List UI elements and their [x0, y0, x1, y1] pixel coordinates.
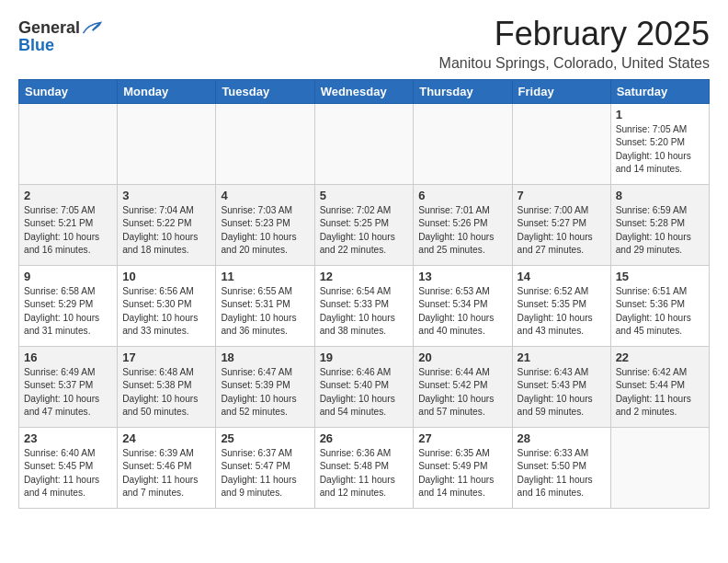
calendar-cell: 14Sunrise: 6:52 AM Sunset: 5:35 PM Dayli…	[512, 266, 610, 347]
calendar-week-4: 23Sunrise: 6:40 AM Sunset: 5:45 PM Dayli…	[19, 428, 710, 509]
calendar-cell: 12Sunrise: 6:54 AM Sunset: 5:33 PM Dayli…	[314, 266, 414, 347]
calendar-cell: 16Sunrise: 6:49 AM Sunset: 5:37 PM Dayli…	[19, 347, 118, 428]
day-number: 21	[518, 350, 606, 364]
day-number: 7	[518, 189, 606, 202]
day-info: Sunrise: 6:46 AM Sunset: 5:40 PM Dayligh…	[320, 366, 409, 419]
day-number: 16	[24, 350, 112, 364]
calendar-cell: 15Sunrise: 6:51 AM Sunset: 5:36 PM Dayli…	[610, 266, 709, 347]
day-info: Sunrise: 6:52 AM Sunset: 5:35 PM Dayligh…	[518, 285, 606, 338]
day-info: Sunrise: 6:35 AM Sunset: 5:49 PM Dayligh…	[418, 447, 506, 500]
day-info: Sunrise: 6:44 AM Sunset: 5:42 PM Dayligh…	[418, 366, 506, 419]
calendar-week-2: 9Sunrise: 6:58 AM Sunset: 5:29 PM Daylig…	[19, 266, 710, 347]
calendar-cell: 11Sunrise: 6:55 AM Sunset: 5:31 PM Dayli…	[216, 266, 314, 347]
calendar-cell: 20Sunrise: 6:44 AM Sunset: 5:42 PM Dayli…	[414, 347, 512, 428]
day-number: 13	[418, 270, 506, 283]
day-header-thursday: Thursday	[414, 80, 512, 104]
day-info: Sunrise: 6:36 AM Sunset: 5:48 PM Dayligh…	[320, 447, 409, 500]
day-number: 1	[616, 108, 704, 121]
day-number: 26	[320, 431, 409, 445]
day-number: 5	[320, 189, 409, 202]
day-header-friday: Friday	[512, 80, 610, 104]
calendar-cell	[19, 104, 118, 185]
day-number: 18	[221, 350, 309, 364]
day-info: Sunrise: 7:03 AM Sunset: 5:23 PM Dayligh…	[221, 204, 309, 257]
day-info: Sunrise: 6:47 AM Sunset: 5:39 PM Dayligh…	[221, 366, 309, 419]
day-info: Sunrise: 6:37 AM Sunset: 5:47 PM Dayligh…	[221, 447, 309, 500]
day-info: Sunrise: 6:39 AM Sunset: 5:46 PM Dayligh…	[122, 447, 210, 500]
day-number: 28	[518, 431, 606, 445]
calendar-cell: 1Sunrise: 7:05 AM Sunset: 5:20 PM Daylig…	[610, 104, 709, 185]
day-number: 11	[221, 270, 309, 283]
calendar-cell: 13Sunrise: 6:53 AM Sunset: 5:34 PM Dayli…	[414, 266, 512, 347]
day-info: Sunrise: 7:04 AM Sunset: 5:22 PM Dayligh…	[122, 204, 210, 257]
day-info: Sunrise: 6:56 AM Sunset: 5:30 PM Dayligh…	[122, 285, 210, 338]
calendar-cell	[512, 104, 610, 185]
location-title: Manitou Springs, Colorado, United States	[439, 55, 710, 72]
calendar-week-0: 1Sunrise: 7:05 AM Sunset: 5:20 PM Daylig…	[19, 104, 710, 185]
day-header-tuesday: Tuesday	[216, 80, 314, 104]
day-number: 17	[122, 350, 210, 364]
day-info: Sunrise: 7:05 AM Sunset: 5:21 PM Dayligh…	[24, 204, 112, 257]
calendar-cell: 24Sunrise: 6:39 AM Sunset: 5:46 PM Dayli…	[118, 428, 216, 509]
day-number: 25	[221, 431, 309, 445]
day-info: Sunrise: 6:54 AM Sunset: 5:33 PM Dayligh…	[320, 285, 409, 338]
calendar-table: SundayMondayTuesdayWednesdayThursdayFrid…	[18, 79, 710, 509]
day-info: Sunrise: 6:40 AM Sunset: 5:45 PM Dayligh…	[24, 447, 112, 500]
day-info: Sunrise: 6:48 AM Sunset: 5:38 PM Dayligh…	[122, 366, 210, 419]
day-number: 15	[616, 270, 704, 283]
logo-bird-icon	[82, 20, 102, 37]
day-header-sunday: Sunday	[19, 80, 118, 104]
day-info: Sunrise: 7:05 AM Sunset: 5:20 PM Dayligh…	[616, 123, 704, 176]
day-number: 14	[518, 270, 606, 283]
day-info: Sunrise: 7:02 AM Sunset: 5:25 PM Dayligh…	[320, 204, 409, 257]
calendar-cell: 5Sunrise: 7:02 AM Sunset: 5:25 PM Daylig…	[314, 185, 414, 266]
logo-general-text: General	[18, 18, 80, 38]
day-info: Sunrise: 6:33 AM Sunset: 5:50 PM Dayligh…	[518, 447, 606, 500]
calendar-cell	[216, 104, 314, 185]
day-number: 22	[616, 350, 704, 364]
calendar-cell	[610, 428, 709, 509]
calendar-cell	[314, 104, 414, 185]
day-info: Sunrise: 7:01 AM Sunset: 5:26 PM Dayligh…	[418, 204, 506, 257]
day-number: 10	[122, 270, 210, 283]
day-header-saturday: Saturday	[610, 80, 709, 104]
day-info: Sunrise: 6:51 AM Sunset: 5:36 PM Dayligh…	[616, 285, 704, 338]
header: General Blue February 2025 Manitou Sprin…	[18, 15, 710, 72]
day-header-wednesday: Wednesday	[314, 80, 414, 104]
calendar-week-1: 2Sunrise: 7:05 AM Sunset: 5:21 PM Daylig…	[19, 185, 710, 266]
calendar-header-row: SundayMondayTuesdayWednesdayThursdayFrid…	[19, 80, 710, 104]
day-header-monday: Monday	[118, 80, 216, 104]
day-number: 4	[221, 189, 309, 202]
calendar-cell: 3Sunrise: 7:04 AM Sunset: 5:22 PM Daylig…	[118, 185, 216, 266]
calendar-cell: 17Sunrise: 6:48 AM Sunset: 5:38 PM Dayli…	[118, 347, 216, 428]
calendar-cell: 18Sunrise: 6:47 AM Sunset: 5:39 PM Dayli…	[216, 347, 314, 428]
calendar-cell: 4Sunrise: 7:03 AM Sunset: 5:23 PM Daylig…	[216, 185, 314, 266]
day-number: 2	[24, 189, 112, 202]
calendar-cell: 23Sunrise: 6:40 AM Sunset: 5:45 PM Dayli…	[19, 428, 118, 509]
day-info: Sunrise: 6:58 AM Sunset: 5:29 PM Dayligh…	[24, 285, 112, 338]
logo-blue-text: Blue	[18, 36, 54, 55]
day-number: 19	[320, 350, 409, 364]
day-info: Sunrise: 6:43 AM Sunset: 5:43 PM Dayligh…	[518, 366, 606, 419]
day-number: 23	[24, 431, 112, 445]
calendar-cell: 25Sunrise: 6:37 AM Sunset: 5:47 PM Dayli…	[216, 428, 314, 509]
day-number: 27	[418, 431, 506, 445]
calendar-week-3: 16Sunrise: 6:49 AM Sunset: 5:37 PM Dayli…	[19, 347, 710, 428]
calendar-cell	[118, 104, 216, 185]
calendar-cell: 26Sunrise: 6:36 AM Sunset: 5:48 PM Dayli…	[314, 428, 414, 509]
logo: General Blue	[18, 18, 102, 55]
day-number: 9	[24, 270, 112, 283]
calendar-cell: 21Sunrise: 6:43 AM Sunset: 5:43 PM Dayli…	[512, 347, 610, 428]
day-number: 24	[122, 431, 210, 445]
calendar-cell: 8Sunrise: 6:59 AM Sunset: 5:28 PM Daylig…	[610, 185, 709, 266]
calendar-cell: 2Sunrise: 7:05 AM Sunset: 5:21 PM Daylig…	[19, 185, 118, 266]
calendar-cell: 19Sunrise: 6:46 AM Sunset: 5:40 PM Dayli…	[314, 347, 414, 428]
calendar-cell: 22Sunrise: 6:42 AM Sunset: 5:44 PM Dayli…	[610, 347, 709, 428]
day-info: Sunrise: 6:59 AM Sunset: 5:28 PM Dayligh…	[616, 204, 704, 257]
calendar-cell: 6Sunrise: 7:01 AM Sunset: 5:26 PM Daylig…	[414, 185, 512, 266]
calendar-cell: 27Sunrise: 6:35 AM Sunset: 5:49 PM Dayli…	[414, 428, 512, 509]
day-number: 12	[320, 270, 409, 283]
day-number: 6	[418, 189, 506, 202]
month-title: February 2025	[439, 15, 710, 53]
calendar-cell: 9Sunrise: 6:58 AM Sunset: 5:29 PM Daylig…	[19, 266, 118, 347]
